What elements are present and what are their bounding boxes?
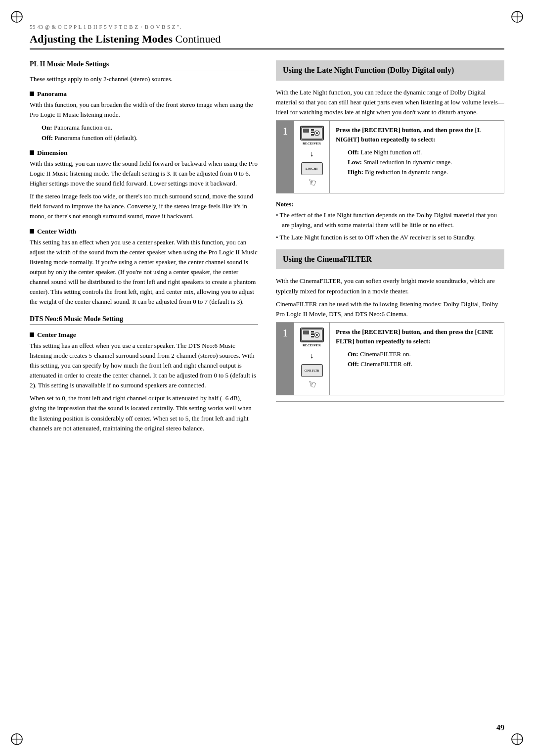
panorama-on-text: Panorama function on.	[54, 124, 112, 131]
corner-mark-br	[510, 732, 524, 746]
svg-rect-13	[303, 129, 309, 133]
cinema-step1-instruction: Press the [RECEIVER] button, and then pr…	[336, 328, 498, 346]
svg-rect-18	[311, 134, 314, 136]
late-night-intro: With the Late Night function, you can re…	[276, 88, 504, 117]
svg-rect-17	[311, 132, 314, 133]
cine-fltr-icon-group: CINE FLTR ☞	[301, 364, 323, 390]
svg-rect-24	[311, 333, 314, 335]
l-night-icon: L NIGHT	[301, 162, 323, 175]
note-1: The effect of the Late Night function de…	[276, 210, 504, 230]
header-text: 59 43 @ & O C P P L 1 B H F 5 V F T E B …	[30, 24, 504, 30]
center-image-body2: When set to 0, the front left and right …	[30, 393, 258, 433]
page-title-continued: Continued	[173, 33, 221, 45]
section-dts-heading: DTS Neo:6 Music Mode Setting	[30, 315, 258, 325]
page-title: Adjusting the Listening Modes Continued	[30, 33, 504, 49]
cinema-off-text: CinemaFILTER off.	[360, 360, 412, 368]
page-number: 49	[496, 723, 504, 732]
center-width-bullet	[30, 229, 34, 234]
receiver-icon	[300, 126, 324, 141]
panorama-body: With this function, you can broaden the …	[30, 100, 258, 120]
late-night-notes: Notes: The effect of the Late Night func…	[276, 200, 504, 242]
cinema-on-text: CinemaFILTER on.	[360, 350, 411, 358]
cinema-step1-number: 1	[276, 323, 294, 395]
panorama-title: Panorama	[30, 90, 258, 98]
svg-rect-16	[311, 129, 314, 131]
lnight-low-text: Small reduction in dynamic range.	[363, 158, 452, 166]
receiver-icon-2	[300, 328, 324, 342]
center-image-body1: This setting has an effect when you use …	[30, 341, 258, 391]
step1-number: 1	[276, 121, 294, 193]
receiver-icon-group: RECEIVER	[300, 126, 324, 145]
panorama-off-text: Panorama function off (default).	[54, 134, 137, 142]
late-night-title: Using the Late Night Function (Dolby Dig…	[283, 65, 497, 76]
cinema-on: On: CinemaFILTER on.	[348, 349, 498, 359]
two-column-layout: PL II Music Mode Settings These settings…	[30, 60, 504, 436]
dimension-title: Dimension	[30, 149, 258, 157]
cinema-filter-box: Using the CinemaFILTER	[276, 249, 504, 270]
corner-mark-tr	[510, 10, 524, 24]
receiver-label-2: RECEIVER	[303, 343, 321, 347]
cinema-filter-title: Using the CinemaFILTER	[283, 254, 497, 265]
step1-icons: RECEIVER ↓ L NIGHT ☞	[294, 121, 330, 193]
step1-content: Press the [RECEIVER] button, and then pr…	[330, 121, 504, 193]
cinema-step1-icons: RECEIVER ↓ CINE FLTR ☞	[294, 323, 330, 395]
receiver-icon-group-2: RECEIVER	[300, 328, 324, 347]
section-pl2-heading: PL II Music Mode Settings	[30, 60, 258, 70]
cinema-intro2: CinemaFILTER can be used with the follow…	[276, 299, 504, 319]
lnight-low: Low: Small reduction in dynamic range.	[348, 157, 498, 167]
cinema-intro1: With the CinemaFILTER, you can soften ov…	[276, 276, 504, 296]
page-container: 59 43 @ & O C P P L 1 B H F 5 V F T E B …	[0, 0, 534, 756]
dimension-body1: With this setting, you can move the soun…	[30, 159, 258, 189]
lnight-off: Off: Late Night function off.	[348, 147, 498, 157]
panorama-options: On: Panorama function on. Off: Panorama …	[30, 123, 258, 142]
svg-point-15	[316, 132, 318, 134]
step1-instruction: Press the [RECEIVER] button, and then pr…	[336, 126, 498, 144]
right-column: Using the Late Night Function (Dolby Dig…	[276, 60, 504, 436]
cine-fltr-icon: CINE FLTR	[301, 364, 323, 377]
receiver-label: RECEIVER	[303, 142, 321, 145]
svg-point-22	[316, 334, 318, 336]
arrow-down-icon-2: ↓	[310, 351, 314, 360]
notes-title: Notes:	[276, 200, 504, 208]
lnight-off-text: Late Night function off.	[360, 148, 422, 156]
hand-icon-lnight: ☞	[306, 175, 318, 189]
corner-mark-bl	[10, 732, 24, 746]
lnight-high-text: Big reduction in dynamic range.	[365, 168, 448, 176]
center-image-title: Center Image	[30, 331, 258, 339]
late-night-box: Using the Late Night Function (Dolby Dig…	[276, 60, 504, 81]
svg-rect-23	[311, 331, 314, 332]
late-night-step: 1	[276, 120, 504, 193]
left-column: PL II Music Mode Settings These settings…	[30, 60, 258, 436]
l-night-icon-group: L NIGHT ☞	[301, 162, 323, 188]
panorama-on: On: Panorama function on.	[42, 123, 258, 133]
panorama-bullet	[30, 92, 34, 96]
lnight-high: High: Big reduction in dynamic range.	[348, 167, 498, 177]
cinema-step1-content: Press the [RECEIVER] button, and then pr…	[330, 323, 504, 395]
panorama-label: Panorama	[37, 90, 67, 98]
note-2: The Late Night function is set to Off wh…	[276, 233, 504, 242]
center-width-body: This setting has an effect when you use …	[30, 237, 258, 307]
arrow-down-icon: ↓	[310, 149, 314, 158]
center-width-label: Center Width	[37, 228, 76, 236]
page-title-bold: Adjusting the Listening Modes	[30, 33, 173, 45]
dimension-body2: If the stereo image feels too wide, or t…	[30, 191, 258, 221]
cinema-off: Off: CinemaFILTER off.	[348, 359, 498, 369]
bottom-divider	[276, 401, 504, 402]
pl2-subtext: These settings apply to only 2-channel (…	[30, 74, 258, 84]
svg-rect-25	[311, 336, 314, 337]
hand-icon-cinefltr: ☞	[306, 377, 318, 391]
cinema-options: On: CinemaFILTER on. Off: CinemaFILTER o…	[336, 349, 498, 369]
center-image-bullet	[30, 332, 34, 337]
dimension-label: Dimension	[37, 149, 68, 157]
cinema-filter-step: 1	[276, 322, 504, 395]
corner-mark-tl	[10, 10, 24, 24]
center-width-title: Center Width	[30, 228, 258, 236]
dimension-bullet	[30, 150, 34, 155]
center-image-label: Center Image	[37, 331, 76, 339]
late-night-options: Off: Late Night function off. Low: Small…	[336, 147, 498, 177]
panorama-off: Off: Panorama function off (default).	[42, 133, 258, 143]
svg-rect-20	[303, 331, 309, 334]
